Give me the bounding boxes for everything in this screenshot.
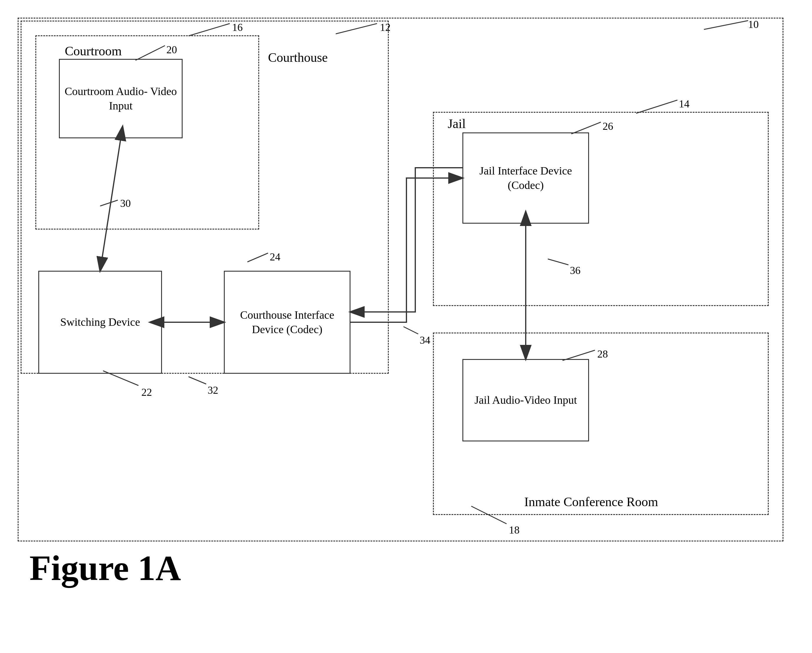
ref-14: 14 (679, 98, 690, 110)
ref-26: 26 (603, 120, 613, 132)
ref-20: 20 (166, 44, 177, 56)
ref-12: 12 (380, 21, 391, 33)
ref-16: 16 (232, 21, 243, 33)
ref-32: 32 (208, 384, 218, 396)
courthouse-iface-label: Courthouse Interface Device (Codec) (225, 308, 350, 337)
ref-22: 22 (141, 386, 152, 399)
jail-av-input-label: Jail Audio-Video Input (475, 393, 577, 407)
ref-24: 24 (270, 251, 280, 263)
ref-18: 18 (509, 524, 519, 536)
courtroom-av-input-box: Courtroom Audio- Video Input (59, 59, 183, 138)
courtroom-label: Courtroom (65, 44, 122, 59)
ref-28: 28 (597, 348, 608, 360)
jail-label: Jail (448, 116, 466, 131)
jail-av-input-box: Jail Audio-Video Input (462, 359, 589, 441)
figure-caption: Figure 1A (29, 548, 181, 589)
inmate-room-label: Inmate Conference Room (524, 495, 658, 509)
courthouse-iface-box: Courthouse Interface Device (Codec) (224, 271, 351, 374)
ref-36: 36 (570, 264, 580, 277)
jail-iface-label: Jail Interface Device (Codec) (463, 164, 588, 193)
switching-device-box: Switching Device (38, 271, 162, 374)
switching-device-label: Switching Device (60, 315, 140, 329)
ref-30: 30 (120, 197, 131, 210)
courtroom-av-input-label: Courtroom Audio- Video Input (60, 84, 182, 113)
courthouse-label: Courthouse (268, 50, 328, 65)
ref-34: 34 (420, 334, 430, 346)
ref-10: 10 (748, 18, 759, 30)
jail-iface-box: Jail Interface Device (Codec) (462, 132, 589, 224)
